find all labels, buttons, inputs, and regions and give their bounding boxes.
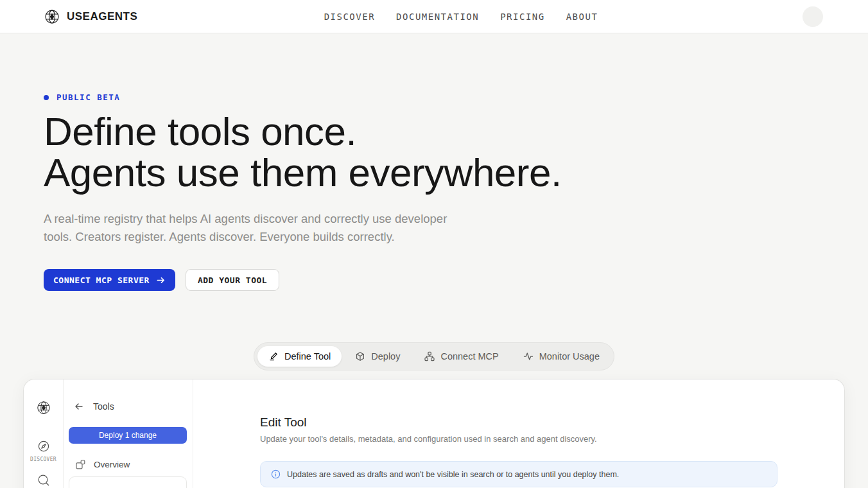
nav-links: DISCOVER DOCUMENTATION PRICING ABOUT: [324, 12, 598, 22]
cta-row: CONNECT MCP SERVER ADD YOUR TOOL: [44, 269, 868, 291]
sidebar-item-label: Overview: [94, 460, 130, 469]
globe-logo-icon[interactable]: [36, 400, 51, 415]
connect-mcp-server-button[interactable]: CONNECT MCP SERVER: [44, 269, 175, 291]
draft-info-text: Updates are saved as drafts and won't be…: [287, 470, 619, 479]
nav-link-pricing[interactable]: PRICING: [500, 12, 545, 22]
preview-icon-rail: DISCOVER: [24, 379, 64, 488]
tab-define-tool[interactable]: Define Tool: [257, 346, 342, 367]
tab-label: Monitor Usage: [539, 351, 600, 362]
network-icon: [424, 351, 435, 362]
tab-label: Deploy: [371, 351, 400, 362]
nav-link-documentation[interactable]: DOCUMENTATION: [396, 12, 479, 22]
globe-logo-icon: [44, 8, 60, 25]
top-nav: USEAGENTS DISCOVER DOCUMENTATION PRICING…: [0, 0, 868, 33]
sidebar-item-partial[interactable]: [69, 476, 187, 488]
sidebar-item-overview[interactable]: Overview: [69, 459, 187, 470]
avatar[interactable]: [803, 6, 823, 27]
preview-sidenav: Tools Deploy 1 change Overview: [64, 379, 193, 488]
hero-subtitle: A real-time registry that helps AI agent…: [44, 210, 478, 246]
compass-icon: [37, 440, 50, 453]
nav-link-discover[interactable]: DISCOVER: [324, 12, 375, 22]
rail-discover-label: DISCOVER: [30, 457, 56, 462]
brand-logo[interactable]: USEAGENTS: [44, 8, 137, 25]
hero-section: PUBLIC BETA Define tools once. Agents us…: [0, 92, 868, 291]
tab-monitor-usage[interactable]: Monitor Usage: [512, 346, 611, 367]
tools-back-button[interactable]: Tools: [69, 401, 187, 412]
tab-label: Define Tool: [284, 351, 331, 362]
tools-back-label: Tools: [93, 401, 114, 412]
add-your-tool-button[interactable]: ADD YOUR TOOL: [186, 269, 279, 291]
brand-name: USEAGENTS: [67, 10, 137, 23]
arrow-left-icon: [74, 401, 84, 412]
pen-icon: [268, 351, 279, 362]
badge-dot-icon: [44, 95, 49, 100]
page-title-line2: Agents use them everywhere.: [44, 152, 868, 193]
overview-grid-icon: [75, 459, 86, 470]
activity-icon: [523, 351, 534, 362]
tab-connect-mcp[interactable]: Connect MCP: [413, 346, 509, 367]
public-beta-badge: PUBLIC BETA: [44, 92, 868, 102]
edit-tool-title: Edit Tool: [260, 415, 844, 430]
demo-tabbar: Define Tool Deploy Connect MCP: [254, 342, 614, 370]
app-preview-card: DISCOVER Tools Deploy 1 change: [23, 379, 845, 488]
rail-item-discover[interactable]: DISCOVER: [30, 440, 56, 462]
demo-tabbar-wrap: Define Tool Deploy Connect MCP: [0, 342, 868, 370]
info-icon: [271, 469, 281, 479]
package-icon: [355, 351, 365, 362]
search-icon[interactable]: [37, 474, 50, 487]
tab-label: Connect MCP: [440, 351, 498, 362]
badge-label: PUBLIC BETA: [56, 92, 120, 102]
connect-mcp-server-label: CONNECT MCP SERVER: [53, 275, 150, 285]
page-title-line1: Define tools once.: [44, 111, 868, 152]
preview-main: Edit Tool Update your tool's details, me…: [193, 379, 844, 488]
nav-link-about[interactable]: ABOUT: [566, 12, 598, 22]
draft-info-banner: Updates are saved as drafts and won't be…: [260, 461, 777, 487]
tab-deploy[interactable]: Deploy: [344, 346, 411, 367]
arrow-right-icon: [156, 275, 166, 285]
edit-tool-subtitle: Update your tool's details, metadata, an…: [260, 434, 844, 444]
page-title: Define tools once. Agents use them every…: [44, 111, 868, 193]
deploy-changes-button[interactable]: Deploy 1 change: [69, 427, 187, 444]
